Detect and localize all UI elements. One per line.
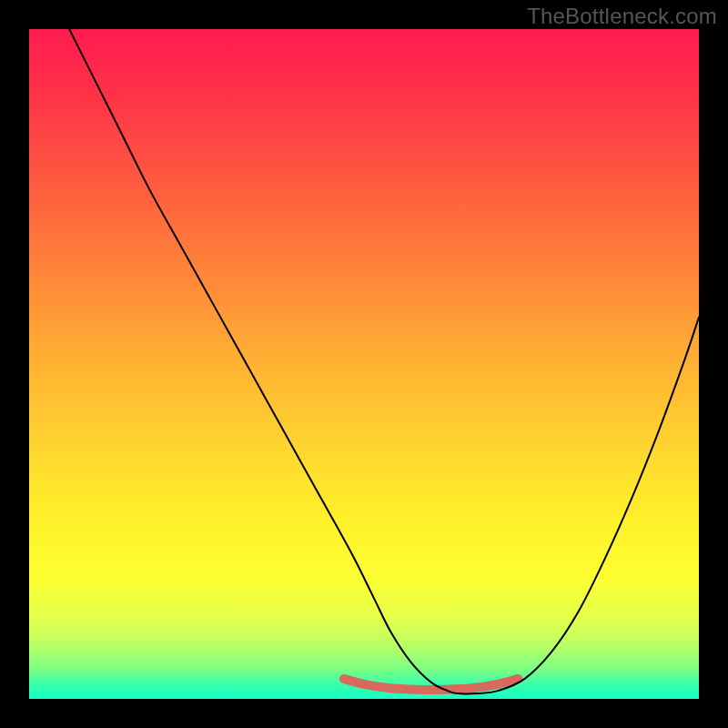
curve-overlay [29, 29, 699, 699]
main-curve-path [69, 29, 699, 694]
bottom-band-path [344, 679, 518, 690]
watermark-text: TheBottleneck.com [527, 4, 717, 29]
chart-frame: TheBottleneck.com [0, 0, 728, 728]
plot-area [29, 29, 699, 699]
